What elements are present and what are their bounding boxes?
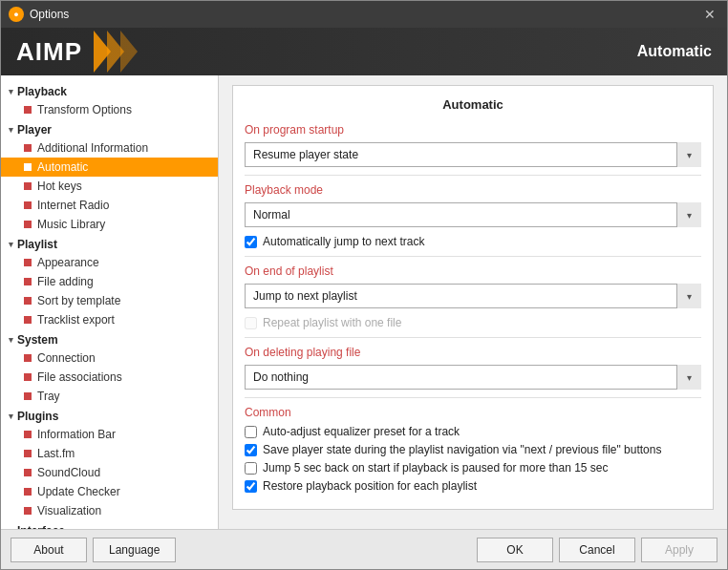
sidebar-section-playback[interactable]: ▾ Playback bbox=[1, 81, 218, 100]
bullet-information-bar bbox=[24, 431, 32, 438]
sidebar-item-soundcloud-label: SoundCloud bbox=[37, 466, 100, 479]
jump-5sec-label: Jump 5 sec back on start if playback is … bbox=[263, 461, 609, 475]
arrow-3 bbox=[120, 31, 138, 73]
caret-player: ▾ bbox=[9, 125, 13, 135]
sidebar-section-system[interactable]: ▾ System bbox=[1, 329, 218, 348]
caret-plugins: ▾ bbox=[9, 412, 13, 421]
header-subtitle: Automatic bbox=[637, 43, 712, 60]
sidebar-item-tracklist-export[interactable]: Tracklist export bbox=[1, 310, 218, 329]
sidebar-item-soundcloud[interactable]: SoundCloud bbox=[1, 463, 218, 482]
auto-equalizer-checkbox[interactable] bbox=[245, 426, 257, 438]
auto-jump-checkbox[interactable] bbox=[245, 236, 257, 248]
sidebar-item-tray[interactable]: Tray bbox=[1, 387, 218, 406]
common-section-label: Common bbox=[245, 406, 701, 419]
restore-position-label: Restore playback position for each playl… bbox=[263, 479, 477, 493]
deleting-select[interactable]: Do nothing Play next Play previous bbox=[245, 365, 701, 390]
aimp-logo: AIMP bbox=[16, 37, 82, 67]
header-bar: AIMP Automatic bbox=[1, 28, 727, 75]
sidebar-section-plugins[interactable]: ▾ Plugins bbox=[1, 406, 218, 425]
bullet-soundcloud bbox=[24, 469, 32, 476]
bullet-appearance bbox=[24, 259, 32, 266]
content-area: Automatic On program startup Resume play… bbox=[219, 75, 727, 529]
end-playlist-select[interactable]: Jump to next playlist Stop Repeat bbox=[245, 284, 701, 308]
common-checkbox-row-0: Auto-adjust equalizer preset for a track bbox=[245, 425, 701, 438]
caret-system: ▾ bbox=[9, 335, 13, 345]
sidebar-section-player-label: Player bbox=[17, 123, 52, 137]
options-window: ● Options ✕ AIMP Automatic ▾ Playback bbox=[0, 0, 728, 570]
bullet-automatic bbox=[24, 163, 32, 171]
close-button[interactable]: ✕ bbox=[700, 5, 719, 24]
sidebar: ▾ Playback Transform Options ▾ Player Ad… bbox=[1, 75, 219, 529]
restore-position-checkbox[interactable] bbox=[245, 480, 257, 493]
sidebar-item-additional-information[interactable]: Additional Information bbox=[1, 138, 218, 158]
content-panel: Automatic On program startup Resume play… bbox=[232, 85, 714, 510]
apply-button[interactable]: Apply bbox=[641, 538, 717, 562]
sidebar-item-internet-radio[interactable]: Internet Radio bbox=[1, 196, 218, 215]
divider-1 bbox=[245, 175, 701, 176]
sidebar-item-visualization[interactable]: Visualization bbox=[1, 501, 218, 520]
bullet-hot-keys bbox=[24, 182, 32, 190]
common-checkbox-row-2: Jump 5 sec back on start if playback is … bbox=[245, 461, 701, 475]
end-of-playlist-label: On end of playlist bbox=[245, 264, 701, 278]
sidebar-item-lastfm[interactable]: Last.fm bbox=[1, 444, 218, 463]
title-bar: ● Options ✕ bbox=[1, 1, 727, 28]
bullet-update-checker bbox=[24, 488, 32, 496]
divider-2 bbox=[245, 256, 701, 257]
startup-select[interactable]: Resume player state Do nothing Start pla… bbox=[245, 142, 701, 167]
jump-5sec-checkbox[interactable] bbox=[245, 462, 257, 475]
bullet-tray bbox=[24, 392, 32, 400]
sidebar-item-file-adding[interactable]: File adding bbox=[1, 272, 218, 291]
sidebar-item-music-library[interactable]: Music Library bbox=[1, 215, 218, 234]
language-button[interactable]: Language bbox=[93, 538, 176, 562]
divider-3 bbox=[245, 337, 701, 338]
sidebar-item-transform-options-label: Transform Options bbox=[37, 103, 132, 116]
sidebar-section-playlist[interactable]: ▾ Playlist bbox=[1, 234, 218, 253]
bullet-music-library bbox=[24, 221, 32, 228]
main-area: ▾ Playback Transform Options ▾ Player Ad… bbox=[1, 75, 727, 529]
sidebar-section-playlist-label: Playlist bbox=[17, 238, 57, 251]
sidebar-item-automatic[interactable]: Automatic bbox=[1, 158, 218, 177]
sidebar-item-appearance-label: Appearance bbox=[37, 256, 99, 269]
sidebar-item-visualization-label: Visualization bbox=[37, 504, 101, 517]
bullet-internet-radio bbox=[24, 201, 32, 209]
sidebar-item-automatic-label: Automatic bbox=[37, 160, 88, 174]
footer-right: OK Cancel Apply bbox=[477, 538, 717, 562]
sidebar-item-update-checker[interactable]: Update Checker bbox=[1, 482, 218, 501]
bullet-sort-by-template bbox=[24, 297, 32, 305]
sidebar-item-information-bar[interactable]: Information Bar bbox=[1, 425, 218, 444]
sidebar-item-information-bar-label: Information Bar bbox=[37, 428, 116, 441]
caret-playlist: ▾ bbox=[9, 240, 13, 249]
bullet-connection bbox=[24, 354, 32, 362]
repeat-playlist-checkbox[interactable] bbox=[245, 317, 257, 329]
sidebar-item-sort-by-template[interactable]: Sort by template bbox=[1, 291, 218, 310]
sidebar-section-interface[interactable]: ▾ Interface bbox=[1, 520, 218, 529]
sidebar-item-appearance[interactable]: Appearance bbox=[1, 253, 218, 272]
cancel-button[interactable]: Cancel bbox=[559, 538, 635, 562]
sidebar-item-connection[interactable]: Connection bbox=[1, 348, 218, 368]
sidebar-item-file-adding-label: File adding bbox=[37, 275, 94, 288]
deleting-section-label: On deleting playing file bbox=[245, 346, 701, 359]
sidebar-item-update-checker-label: Update Checker bbox=[37, 485, 120, 498]
sidebar-item-music-library-label: Music Library bbox=[37, 218, 105, 231]
sidebar-item-hot-keys[interactable]: Hot keys bbox=[1, 177, 218, 196]
playback-mode-select[interactable]: Normal Shuffle Repeat bbox=[245, 202, 701, 227]
sidebar-item-transform-options[interactable]: Transform Options bbox=[1, 100, 218, 119]
sidebar-item-hot-keys-label: Hot keys bbox=[37, 179, 82, 193]
bullet-file-adding bbox=[24, 278, 32, 285]
end-playlist-select-wrapper: Jump to next playlist Stop Repeat ▾ bbox=[245, 284, 701, 308]
auto-jump-checkbox-row: Automatically jump to next track bbox=[245, 235, 701, 248]
playback-mode-select-wrapper: Normal Shuffle Repeat ▾ bbox=[245, 202, 701, 227]
title-bar-title: ● Options bbox=[9, 7, 69, 22]
sidebar-section-player[interactable]: ▾ Player bbox=[1, 119, 218, 138]
logo-area: AIMP bbox=[16, 31, 134, 73]
repeat-playlist-label: Repeat playlist with one file bbox=[263, 316, 401, 329]
about-button[interactable]: About bbox=[11, 538, 87, 562]
auto-equalizer-label: Auto-adjust equalizer preset for a track bbox=[263, 425, 460, 438]
divider-4 bbox=[245, 397, 701, 398]
save-player-state-checkbox[interactable] bbox=[245, 444, 257, 456]
sidebar-item-tray-label: Tray bbox=[37, 390, 60, 403]
sidebar-item-file-associations[interactable]: File associations bbox=[1, 368, 218, 387]
common-checkbox-row-3: Restore playback position for each playl… bbox=[245, 479, 701, 493]
bullet-tracklist-export bbox=[24, 316, 32, 324]
ok-button[interactable]: OK bbox=[477, 538, 553, 562]
